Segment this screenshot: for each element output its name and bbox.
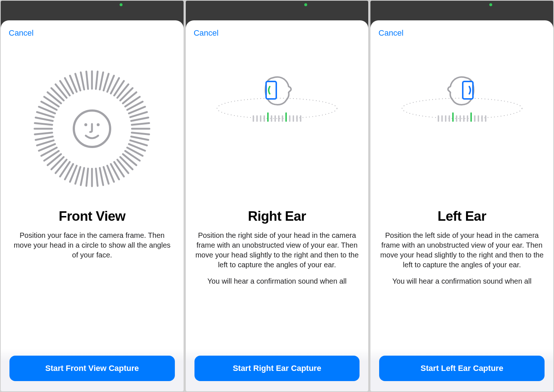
svg-point-65 — [84, 123, 87, 126]
start-capture-button[interactable]: Start Front View Capture — [9, 356, 175, 381]
svg-line-50 — [36, 117, 53, 121]
svg-line-31 — [96, 168, 98, 186]
svg-line-47 — [35, 133, 52, 135]
instruction-text: Front View Position your face in the cam… — [1, 198, 184, 267]
svg-line-8 — [120, 88, 133, 100]
svg-rect-70 — [463, 81, 473, 99]
svg-line-33 — [87, 168, 88, 186]
step-description: Position the left side of your head in t… — [380, 231, 544, 270]
head-profile-right-icon — [260, 74, 294, 108]
footer: Start Right Ear Capture — [186, 348, 369, 391]
status-bar — [186, 1, 369, 20]
svg-line-9 — [123, 92, 136, 103]
cancel-button[interactable]: Cancel — [378, 28, 403, 38]
svg-line-18 — [131, 136, 148, 140]
svg-line-1 — [96, 72, 98, 89]
svg-line-46 — [36, 136, 53, 140]
instruction-text: Left Ear Position the left side of your … — [370, 198, 553, 286]
svg-line-41 — [48, 154, 61, 165]
modal-sheet: Cancel — [370, 20, 553, 391]
status-bar — [1, 1, 184, 20]
svg-line-17 — [132, 133, 149, 135]
camera-indicator-icon — [489, 3, 492, 6]
svg-line-23 — [123, 154, 136, 165]
camera-indicator-icon — [120, 3, 123, 6]
svg-line-57 — [56, 84, 67, 98]
step-description: Position the right side of your head in … — [195, 231, 359, 270]
face-smile-icon — [72, 109, 112, 149]
svg-line-15 — [132, 123, 149, 125]
svg-line-34 — [81, 168, 84, 185]
svg-line-63 — [87, 72, 88, 89]
start-capture-button[interactable]: Start Left Ear Capture — [379, 356, 545, 381]
step-title: Front View — [10, 209, 174, 224]
svg-line-39 — [56, 160, 67, 173]
nav-bar: Cancel — [186, 20, 369, 38]
step-description-continued: You will hear a confirmation sound when … — [380, 276, 544, 286]
illustration-front-face — [1, 38, 184, 198]
nav-bar: Cancel — [1, 20, 184, 38]
svg-line-30 — [100, 168, 103, 185]
step-title: Left Ear — [380, 209, 544, 224]
cancel-button[interactable]: Cancel — [194, 28, 218, 38]
head-profile-left-icon — [445, 74, 479, 108]
modal-sheet: Cancel Front View Position your face in … — [1, 20, 184, 391]
screen-left-ear: Cancel — [370, 1, 553, 391]
status-bar — [370, 1, 553, 20]
screen-front-view: Cancel Front View Position your face in … — [1, 1, 184, 391]
svg-line-49 — [35, 123, 52, 125]
svg-line-2 — [100, 72, 103, 89]
footer: Start Front View Capture — [1, 348, 184, 391]
scan-progress-ticks — [438, 112, 486, 122]
svg-point-66 — [97, 123, 100, 126]
svg-line-24 — [120, 157, 133, 169]
svg-line-56 — [52, 88, 64, 100]
modal-sheet: Cancel — [186, 20, 369, 391]
scan-progress-ticks — [253, 112, 301, 122]
illustration-right-ear — [186, 38, 369, 198]
screen-right-ear: Cancel — [186, 1, 369, 391]
cancel-button[interactable]: Cancel — [9, 28, 33, 38]
illustration-left-ear — [370, 38, 553, 198]
step-title: Right Ear — [195, 209, 359, 224]
camera-indicator-icon — [304, 3, 307, 6]
nav-bar: Cancel — [370, 20, 553, 38]
svg-rect-68 — [266, 81, 276, 99]
svg-line-40 — [52, 157, 64, 169]
footer: Start Left Ear Capture — [370, 348, 553, 391]
svg-line-14 — [131, 117, 148, 121]
svg-line-62 — [81, 72, 84, 89]
start-capture-button[interactable]: Start Right Ear Capture — [194, 356, 360, 381]
svg-line-25 — [117, 160, 128, 173]
instruction-text: Right Ear Position the right side of you… — [186, 198, 369, 286]
svg-line-55 — [48, 92, 61, 103]
step-description-continued: You will hear a confirmation sound when … — [195, 276, 359, 286]
step-description: Position your face in the camera frame. … — [10, 231, 174, 260]
svg-line-7 — [117, 84, 128, 98]
